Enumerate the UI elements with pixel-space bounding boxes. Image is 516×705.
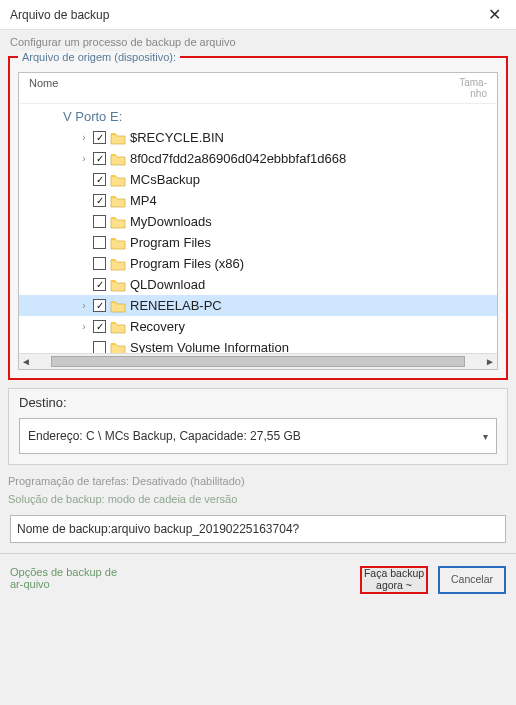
tree-row-label: MyDownloads: [130, 214, 212, 229]
scroll-thumb[interactable]: [51, 356, 465, 367]
footer: Opções de backup de ar-quivo Faça backup…: [0, 553, 516, 594]
destination-group: Destino: Endereço: C \ MCs Backup, Capac…: [8, 388, 508, 465]
destination-select[interactable]: Endereço: C \ MCs Backup, Capacidade: 27…: [19, 418, 497, 454]
window-title: Arquivo de backup: [10, 8, 109, 22]
tree-row[interactable]: ›Recovery: [19, 316, 497, 337]
tree-body[interactable]: V Porto E: ›$RECYCLE.BIN›8f0cd7fdd2a8690…: [19, 104, 497, 353]
tree-row-label: MP4: [130, 193, 157, 208]
tree-row-label: $RECYCLE.BIN: [130, 130, 224, 145]
tree-row-label: 8f0cd7fdd2a86906d042ebbbfaf1d668: [130, 151, 346, 166]
col-size[interactable]: Tama- nho: [459, 77, 487, 99]
checkbox[interactable]: [93, 194, 106, 207]
cancel-button[interactable]: Cancelar: [438, 566, 506, 594]
backup-name-label: Nome de backup:: [17, 522, 111, 536]
checkbox[interactable]: [93, 341, 106, 353]
tree-row[interactable]: Program Files (x86): [19, 253, 497, 274]
tree-row[interactable]: ›8f0cd7fdd2a86906d042ebbbfaf1d668: [19, 148, 497, 169]
checkbox[interactable]: [93, 236, 106, 249]
schedule-text: Programação de tarefas: Desativado (habi…: [8, 475, 508, 487]
tree-row[interactable]: MCsBackup: [19, 169, 497, 190]
tree-row-label: Recovery: [130, 319, 185, 334]
folder-icon: [110, 341, 126, 354]
horizontal-scrollbar[interactable]: ◄ ►: [19, 353, 497, 369]
checkbox[interactable]: [93, 173, 106, 186]
destination-value: Endereço: C \ MCs Backup, Capacidade: 27…: [28, 429, 301, 443]
backup-name-value: arquivo backup_20190225163704?: [111, 522, 299, 536]
checkbox[interactable]: [93, 299, 106, 312]
folder-icon: [110, 299, 126, 313]
tree-row[interactable]: MyDownloads: [19, 211, 497, 232]
expand-icon[interactable]: ›: [79, 153, 89, 164]
checkbox[interactable]: [93, 320, 106, 333]
tree-row-label: RENEELAB-PC: [130, 298, 222, 313]
titlebar: Arquivo de backup ✕: [0, 0, 516, 30]
backup-name-field[interactable]: Nome de backup: arquivo backup_201902251…: [10, 515, 506, 543]
tree-row[interactable]: MP4: [19, 190, 497, 211]
expand-icon[interactable]: ›: [79, 132, 89, 143]
tree-row-label: Program Files (x86): [130, 256, 244, 271]
tree-header: Nome Tama- nho: [19, 73, 497, 104]
tree-row[interactable]: Program Files: [19, 232, 497, 253]
tree-row-label: MCsBackup: [130, 172, 200, 187]
solution-text: Solução de backup: modo de cadeia de ver…: [8, 493, 508, 505]
scroll-left-icon[interactable]: ◄: [21, 356, 31, 367]
expand-icon[interactable]: ›: [79, 300, 89, 311]
col-name[interactable]: Nome: [29, 77, 58, 99]
folder-icon: [110, 320, 126, 334]
folder-icon: [110, 236, 126, 250]
tree-row-label: Program Files: [130, 235, 211, 250]
checkbox[interactable]: [93, 152, 106, 165]
tree-row[interactable]: System Volume Information: [19, 337, 497, 353]
source-legend: Arquivo de origem (dispositivo):: [18, 51, 180, 63]
folder-icon: [110, 194, 126, 208]
options-link[interactable]: Opções de backup de ar-quivo: [10, 566, 130, 590]
checkbox[interactable]: [93, 257, 106, 270]
folder-icon: [110, 152, 126, 166]
backup-now-button[interactable]: Faça backup agora ~: [360, 566, 428, 594]
source-group: Arquivo de origem (dispositivo): Nome Ta…: [8, 56, 508, 380]
scroll-right-icon[interactable]: ►: [485, 356, 495, 367]
expand-icon[interactable]: ›: [79, 321, 89, 332]
tree-root[interactable]: V Porto E:: [19, 106, 497, 127]
folder-icon: [110, 173, 126, 187]
tree-row[interactable]: QLDownload: [19, 274, 497, 295]
tree-row-label: QLDownload: [130, 277, 205, 292]
folder-icon: [110, 215, 126, 229]
checkbox[interactable]: [93, 131, 106, 144]
folder-icon: [110, 257, 126, 271]
checkbox[interactable]: [93, 278, 106, 291]
close-icon[interactable]: ✕: [480, 1, 508, 29]
checkbox[interactable]: [93, 215, 106, 228]
file-tree: Nome Tama- nho V Porto E: ›$RECYCLE.BIN›…: [18, 72, 498, 370]
folder-icon: [110, 131, 126, 145]
chevron-down-icon: ▾: [483, 431, 488, 442]
folder-icon: [110, 278, 126, 292]
tree-row[interactable]: ›RENEELAB-PC: [19, 295, 497, 316]
window-subtitle: Configurar um processo de backup de arqu…: [0, 30, 516, 50]
tree-row-label: System Volume Information: [130, 340, 289, 353]
tree-row[interactable]: ›$RECYCLE.BIN: [19, 127, 497, 148]
destination-label: Destino:: [19, 395, 497, 410]
